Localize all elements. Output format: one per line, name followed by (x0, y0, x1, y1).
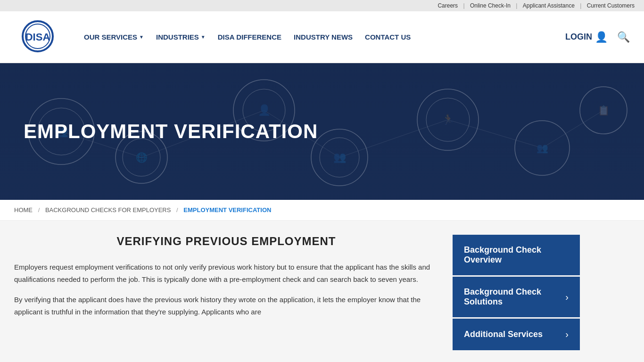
breadcrumb-sep1: / (38, 206, 40, 214)
current-customers-link[interactable]: Current Customers (587, 2, 635, 9)
svg-text:🏃: 🏃 (442, 113, 455, 126)
hero-title: EMPLOYMENT VERIFICATION (24, 120, 318, 143)
svg-text:📋: 📋 (598, 105, 610, 116)
svg-text:👥: 👥 (537, 142, 548, 154)
svg-line-20 (542, 110, 603, 148)
careers-link[interactable]: Careers (438, 2, 458, 9)
user-icon: 👤 (595, 31, 608, 43)
nav-disa-difference[interactable]: DISA DIFFERENCE (214, 31, 285, 43)
content-paragraph-2: By verifying that the applicant does hav… (14, 294, 438, 318)
applicant-assistance-link[interactable]: Applicant Assistance (523, 2, 575, 9)
svg-line-18 (339, 120, 448, 157)
online-checkin-link[interactable]: Online Check-In (470, 2, 511, 9)
top-bar: Careers | Online Check-In | Applicant As… (0, 0, 644, 11)
search-icon[interactable]: 🔍 (617, 31, 630, 43)
additional-services-chevron-icon: › (565, 329, 569, 340)
sidebar-item-additional-services[interactable]: Additional Services › (453, 319, 580, 350)
breadcrumb: HOME / BACKGROUND CHECKS FOR EMPLOYERS /… (0, 200, 644, 221)
logo[interactable]: DISA (14, 20, 61, 55)
sep2: | (516, 2, 517, 9)
nav-contact-us[interactable]: CONTACT US (361, 31, 414, 43)
hero-content: EMPLOYMENT VERIFICATION (0, 106, 341, 157)
content-area: VERIFYING PREVIOUS EMPLOYMENT Employers … (14, 235, 438, 362)
main-content: VERIFYING PREVIOUS EMPLOYMENT Employers … (0, 221, 644, 362)
bg-solutions-chevron-icon: › (565, 292, 569, 303)
our-services-chevron: ▼ (139, 34, 144, 40)
nav-our-services[interactable]: OUR SERVICES ▼ (80, 31, 148, 43)
header-right: LOGIN 👤 🔍 (565, 31, 630, 43)
header: DISA OUR SERVICES ▼ INDUSTRIES ▼ DISA DI… (0, 11, 644, 63)
nav-industries[interactable]: INDUSTRIES ▼ (152, 31, 209, 43)
sidebar-item-bg-solutions-label: Background Check Solutions (464, 287, 565, 307)
login-button[interactable]: LOGIN 👤 (565, 31, 608, 43)
breadcrumb-bg-checks[interactable]: BACKGROUND CHECKS FOR EMPLOYERS (45, 206, 171, 214)
svg-text:DISA: DISA (25, 31, 50, 43)
sep3: | (580, 2, 581, 9)
breadcrumb-current: EMPLOYMENT VERIFICATION (183, 206, 271, 214)
nav-industry-news[interactable]: INDUSTRY NEWS (290, 31, 356, 43)
hero-banner: 👥 🌐 👤 👥 🏃 👥 📋 EMPLOYMENT VERIFICATION (0, 63, 644, 200)
sidebar-item-bg-overview[interactable]: Background Check Overview (453, 235, 580, 275)
svg-line-19 (448, 120, 542, 148)
content-paragraph-1: Employers request employment verificatio… (14, 261, 438, 285)
sidebar-item-additional-services-label: Additional Services (464, 329, 543, 339)
sidebar: Background Check Overview Background Che… (453, 235, 580, 362)
industries-chevron: ▼ (201, 34, 206, 40)
sidebar-item-bg-overview-label: Background Check Overview (464, 245, 569, 265)
sep1: | (463, 2, 464, 9)
breadcrumb-sep2: / (176, 206, 178, 214)
breadcrumb-home[interactable]: HOME (14, 206, 33, 214)
section-title: VERIFYING PREVIOUS EMPLOYMENT (14, 235, 438, 248)
sidebar-item-bg-solutions[interactable]: Background Check Solutions › (453, 277, 580, 317)
main-nav: OUR SERVICES ▼ INDUSTRIES ▼ DISA DIFFERE… (80, 31, 565, 43)
